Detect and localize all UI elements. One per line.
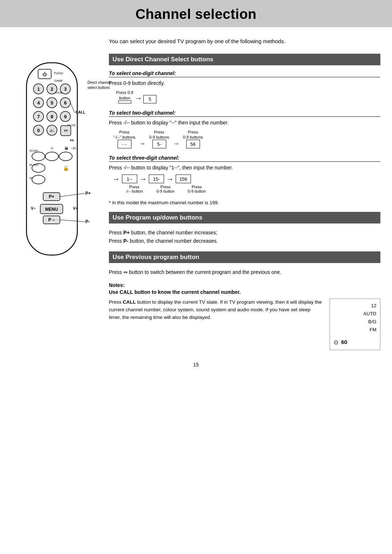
one-digit-title: To select one-digit channel: — [109, 70, 380, 77]
diag-arrow-2b: → — [173, 140, 179, 148]
direct-channel-label: Direct channel select buttons — [87, 80, 117, 90]
svg-text:P+: P+ — [49, 194, 54, 199]
one-digit-body: Press 0-9 button directly. — [109, 79, 380, 87]
notes-title: Notes: — [109, 282, 380, 288]
notes-box-line3: B/G — [334, 318, 376, 326]
section-header-direct: Use Direct Channel Select buttons — [109, 54, 380, 65]
diag-item-09-1: Press0-9 buttons 5- — [149, 130, 169, 149]
page-title: Channel selection — [0, 7, 392, 22]
diag-dash-label: Press"-/--" buttons — [113, 130, 135, 140]
svg-text:4: 4 — [37, 100, 40, 106]
two-digit-title: To select two-digit channel: — [109, 110, 380, 117]
remote-illustration: ⏻ TV/AV GAME ZOOM 1 2 3 4 5 — [16, 59, 92, 263]
footnote: * In this model the maximum channel numb… — [109, 200, 380, 205]
prev-prog-text: Press ⇔ button to switch between the cur… — [109, 268, 380, 276]
svg-text:3: 3 — [64, 86, 66, 92]
remote-svg: ⏻ TV/AV GAME ZOOM 1 2 3 4 5 — [16, 59, 92, 262]
diag-result1-label — [150, 90, 151, 95]
three-digit-box1: 1-- — [122, 175, 137, 183]
diag-arrow-2a: → — [139, 140, 146, 148]
svg-text:⊙: ⊙ — [51, 147, 53, 150]
notes-box-clock-row: ⊙ 60 — [334, 338, 376, 347]
svg-text:SCAN: SCAN — [29, 149, 37, 152]
svg-text:CALL: CALL — [75, 110, 85, 114]
svg-line-54 — [60, 193, 85, 197]
diag-result1-value: 5 — [143, 95, 156, 103]
svg-line-19 — [70, 103, 75, 113]
svg-text:P –: P – — [48, 217, 55, 222]
three-digit-body: Press -/-- button to display "1--", then… — [109, 164, 380, 172]
main-layout: ⏻ TV/AV GAME ZOOM 1 2 3 4 5 — [0, 37, 392, 350]
svg-text:TV/AV: TV/AV — [54, 71, 63, 75]
svg-point-39 — [45, 152, 58, 161]
diag-step-press09: Press 0-9button — [116, 90, 133, 103]
svg-text:⇔: ⇔ — [70, 137, 74, 143]
notes-subtitle: Use CALL button to know the current chan… — [109, 289, 380, 296]
two-digit-diagram: Press"-/--" buttons - - → Press0-9 butto… — [113, 130, 380, 149]
one-digit-subsection: To select one-digit channel: Press 0-9 b… — [109, 70, 380, 103]
diag-press09-label: Press 0-9button — [116, 90, 133, 100]
svg-text:MENU: MENU — [45, 207, 58, 212]
svg-point-45 — [32, 175, 45, 184]
notes-section: Notes: Use CALL button to know the curre… — [109, 282, 380, 350]
diag-item-dash-btn: Press"-/--" buttons - - — [113, 130, 135, 149]
notes-box-content: 12 AUTO B/G FM — [334, 302, 376, 334]
svg-text:P-: P- — [85, 219, 90, 224]
three-digit-spacer2 — [146, 185, 154, 193]
svg-point-38 — [32, 152, 45, 161]
one-digit-diagram: Press 0-9button → 5 — [116, 90, 380, 103]
three-digit-arrow3: → — [166, 175, 173, 183]
notes-body-text: Press CALL button to display the current… — [109, 299, 323, 350]
diag-item-09-2: Press0-9 buttons 56 — [183, 130, 203, 149]
notes-box: 12 AUTO B/G FM ⊙ 60 — [330, 299, 380, 350]
intro-text: You can select your desired TV program b… — [109, 37, 380, 46]
two-digit-body: Press -/-- button to display "--" then i… — [109, 119, 380, 127]
svg-text:P+: P+ — [85, 191, 91, 196]
notes-layout: Press CALL button to display the current… — [109, 299, 380, 350]
three-digit-boxes-row: → 1-- → 15- → 156 — [113, 175, 380, 183]
three-digit-title: To select three-digit channel: — [109, 155, 380, 162]
svg-text:-/--: -/-- — [49, 128, 54, 133]
three-digit-box2: 15- — [149, 175, 164, 183]
section-header-updown: Use Program up/down buttons — [109, 212, 380, 223]
svg-text:8: 8 — [50, 114, 53, 119]
svg-text:🎬: 🎬 — [65, 146, 68, 150]
three-digit-spacer3 — [177, 185, 185, 193]
svg-text:0: 0 — [37, 128, 40, 133]
svg-text:V–: V– — [31, 206, 36, 210]
two-digit-subsection: To select two-digit channel: Press -/-- … — [109, 110, 380, 149]
page-number: 15 — [0, 362, 392, 375]
notes-box-time: 60 — [341, 338, 347, 346]
notes-box-line4: FM — [334, 326, 376, 334]
three-digit-sub-label1: Press-/-- button — [125, 185, 144, 193]
three-digit-arrow1: → — [113, 175, 120, 183]
diag-arrow-1: → — [135, 94, 142, 102]
svg-text:⇔: ⇔ — [64, 128, 68, 133]
three-digit-subsection: To select three-digit channel: Press -/-… — [109, 155, 380, 193]
notes-box-line1: 12 — [334, 302, 376, 310]
svg-point-40 — [59, 152, 72, 161]
diag-dash-box: - - — [118, 140, 131, 148]
three-digit-diagram: → 1-- → 15- → 156 Press-/-- button Press… — [113, 175, 380, 193]
diag-step-result1: 5 — [143, 90, 156, 103]
svg-text:⏻: ⏻ — [42, 72, 47, 77]
svg-text:V+: V+ — [73, 206, 78, 210]
svg-text:6: 6 — [64, 100, 66, 106]
content-column: You can select your desired TV program b… — [109, 37, 380, 350]
diag-09-2-label: Press0-9 buttons — [183, 130, 203, 140]
diag-09-2-box: 56 — [186, 140, 200, 148]
notes-box-line2: AUTO — [334, 310, 376, 318]
three-digit-sub-label3: Press0-9 button — [187, 185, 206, 193]
svg-text:GAME: GAME — [54, 79, 63, 82]
diag-09-1-label: Press0-9 buttons — [149, 130, 169, 140]
diag-press09-arrow — [118, 100, 131, 103]
three-digit-labels-row: Press-/-- button Press0-9 button Press0-… — [113, 185, 380, 193]
remote-column: ⏻ TV/AV GAME ZOOM 1 2 3 4 5 — [10, 37, 97, 350]
svg-text:1: 1 — [37, 86, 40, 92]
three-digit-box3: 156 — [176, 175, 191, 183]
svg-text:2: 2 — [50, 86, 53, 92]
svg-text:5: 5 — [50, 100, 53, 106]
three-digit-spacer — [113, 185, 123, 193]
diag-09-1-box: 5- — [152, 140, 166, 148]
three-digit-sub-label2: Press0-9 button — [156, 185, 175, 193]
